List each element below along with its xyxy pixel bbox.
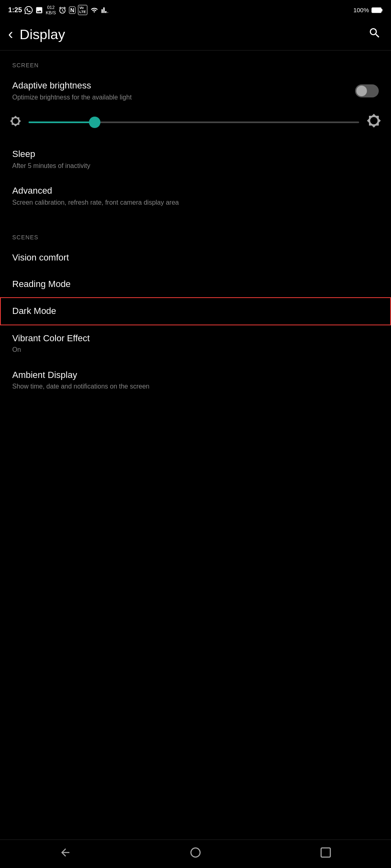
vibrant-color-effect-title: Vibrant Color Effect xyxy=(12,333,379,345)
vibrant-color-effect-content: Vibrant Color Effect On xyxy=(12,333,379,355)
adaptive-brightness-title: Adaptive brightness xyxy=(12,80,349,92)
status-bar: 1:25 012 KB/S N Vo xyxy=(0,0,391,18)
advanced-content: Advanced Screen calibration, refresh rat… xyxy=(12,185,379,207)
nav-back-button[interactable] xyxy=(59,846,71,861)
sleep-item[interactable]: Sleep After 5 minutes of inactivity xyxy=(0,141,391,178)
battery-icon xyxy=(371,7,383,13)
svg-rect-3 xyxy=(321,848,331,857)
back-button[interactable]: ‹ xyxy=(8,26,13,43)
vision-comfort-content: Vision comfort xyxy=(12,252,379,264)
battery-status: 100% xyxy=(353,7,383,13)
ambient-display-subtitle: Show time, date and notifications on the… xyxy=(12,382,379,391)
status-icons: 012 KB/S N Vo LTE xyxy=(24,5,109,15)
brightness-min-icon xyxy=(10,115,21,129)
brightness-track[interactable] xyxy=(29,121,359,123)
vibrant-color-effect-subtitle: On xyxy=(12,345,379,354)
sleep-subtitle: After 5 minutes of inactivity xyxy=(12,161,379,170)
search-button[interactable] xyxy=(368,27,381,42)
page-title: Display xyxy=(20,27,362,42)
reading-mode-content: Reading Mode xyxy=(12,278,379,290)
nav-recents-button[interactable] xyxy=(320,846,332,861)
wifi-icon xyxy=(90,7,99,14)
alarm-icon xyxy=(58,6,67,14)
nav-spacer xyxy=(0,399,391,431)
battery-percent: 100% xyxy=(353,7,369,13)
dark-mode-content: Dark Mode xyxy=(12,305,379,317)
ambient-display-title: Ambient Display xyxy=(12,369,379,381)
reading-mode-item[interactable]: Reading Mode xyxy=(0,271,391,298)
reading-mode-title: Reading Mode xyxy=(12,278,379,290)
brightness-thumb[interactable] xyxy=(89,117,100,128)
page-header: ‹ Display xyxy=(0,18,391,50)
adaptive-brightness-toggle[interactable] xyxy=(355,84,379,97)
ambient-display-item[interactable]: Ambient Display Show time, date and noti… xyxy=(0,362,391,399)
adaptive-brightness-item[interactable]: Adaptive brightness Optimize brightness … xyxy=(0,73,391,109)
sleep-title: Sleep xyxy=(12,148,379,160)
scenes-section-label: SCENES xyxy=(0,223,391,245)
nav-home-button[interactable] xyxy=(189,846,202,861)
advanced-item[interactable]: Advanced Screen calibration, refresh rat… xyxy=(0,178,391,214)
vision-comfort-title: Vision comfort xyxy=(12,252,379,264)
signal-icon xyxy=(101,7,109,14)
ambient-display-content: Ambient Display Show time, date and noti… xyxy=(12,369,379,391)
sleep-content: Sleep After 5 minutes of inactivity xyxy=(12,148,379,170)
dark-mode-item[interactable]: Dark Mode xyxy=(0,297,391,325)
navigation-bar xyxy=(0,839,391,868)
status-time: 1:25 xyxy=(8,6,22,14)
adaptive-brightness-content: Adaptive brightness Optimize brightness … xyxy=(12,80,349,102)
nfc-icon: N xyxy=(69,7,76,14)
vibrant-color-effect-item[interactable]: Vibrant Color Effect On xyxy=(0,325,391,362)
svg-point-2 xyxy=(191,848,200,857)
brightness-slider-row xyxy=(0,109,391,141)
gallery-icon xyxy=(35,6,43,14)
svg-rect-1 xyxy=(381,9,382,11)
brightness-fill xyxy=(29,121,95,123)
advanced-title: Advanced xyxy=(12,185,379,197)
data-speed-icon: 012 KB/S xyxy=(46,5,56,15)
dark-mode-title: Dark Mode xyxy=(12,305,379,317)
adaptive-brightness-subtitle: Optimize brightness for the available li… xyxy=(12,93,349,102)
advanced-subtitle: Screen calibration, refresh rate, front … xyxy=(12,198,379,207)
volte-icon: Vo LTE xyxy=(78,5,87,15)
vision-comfort-item[interactable]: Vision comfort xyxy=(0,245,391,271)
svg-rect-0 xyxy=(372,8,381,13)
screen-section-label: SCREEN xyxy=(0,51,391,73)
brightness-max-icon xyxy=(367,113,381,131)
whatsapp-icon xyxy=(24,6,33,14)
